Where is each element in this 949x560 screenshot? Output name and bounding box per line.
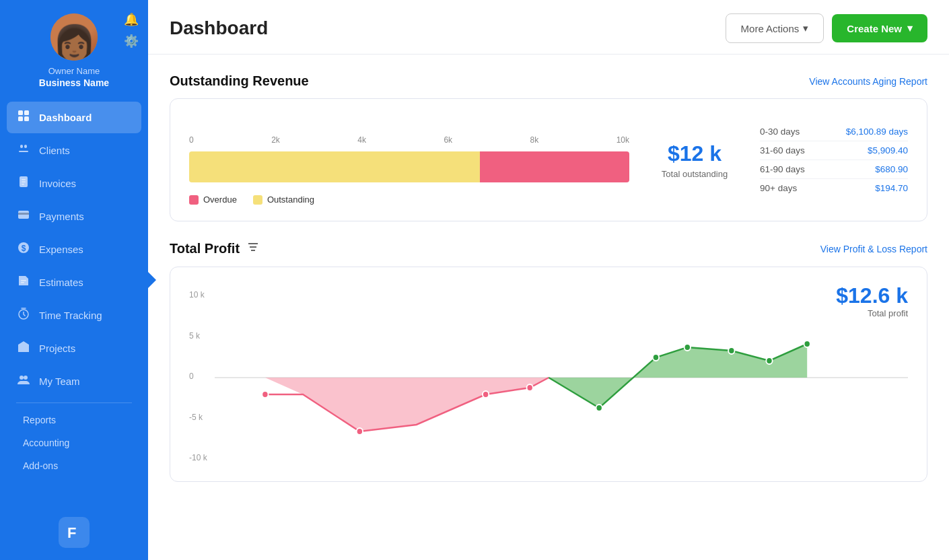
bar-axis-labels: 0 2k 4k 6k 8k 10k bbox=[189, 135, 629, 145]
aging-row-31-60: 31-60 days $5,909.40 bbox=[760, 141, 908, 160]
svg-rect-6 bbox=[24, 145, 27, 148]
sidebar-item-projects[interactable]: Projects bbox=[7, 332, 141, 364]
sidebar-item-add-ons-label: Add-ons bbox=[23, 460, 58, 471]
estimates-icon bbox=[16, 274, 31, 291]
time-tracking-icon bbox=[16, 307, 31, 324]
sidebar-item-time-tracking-label: Time Tracking bbox=[39, 310, 102, 321]
sidebar-item-my-team-label: My Team bbox=[39, 376, 80, 387]
more-actions-chevron-icon: ▾ bbox=[803, 22, 808, 34]
sidebar-item-invoices-label: Invoices bbox=[39, 178, 76, 189]
positive-profit-area bbox=[549, 344, 807, 408]
total-profit-title: Total Profit bbox=[170, 241, 240, 256]
app-logo: F bbox=[59, 506, 90, 553]
total-outstanding-amount: $12 k bbox=[651, 141, 738, 166]
view-aging-report-link[interactable]: View Accounts Aging Report bbox=[809, 76, 927, 87]
overdue-label: Overdue bbox=[203, 195, 237, 205]
create-new-label: Create New bbox=[847, 23, 902, 34]
total-profit-section-header: Total Profit View Profit & Loss Report bbox=[170, 240, 927, 257]
outstanding-bar bbox=[189, 151, 480, 182]
sidebar-item-clients-label: Clients bbox=[39, 145, 70, 156]
sidebar-item-time-tracking[interactable]: Time Tracking bbox=[7, 300, 141, 331]
svg-rect-4 bbox=[19, 151, 28, 152]
svg-rect-15 bbox=[21, 280, 26, 281]
sidebar-item-accounting-label: Accounting bbox=[23, 438, 69, 448]
view-profit-loss-report-link[interactable]: View Profit & Loss Report bbox=[820, 244, 927, 254]
aging-row-0-30: 0-30 days $6,100.89 days bbox=[760, 123, 908, 141]
profit-chart-svg bbox=[215, 290, 908, 465]
sidebar: 🔔 ⚙️ Owner Name Business Name Dashboard … bbox=[0, 0, 148, 560]
aging-label-0-30: 0-30 days bbox=[760, 127, 800, 137]
sidebar-item-my-team[interactable]: My Team bbox=[7, 365, 141, 397]
legend-outstanding: Outstanding bbox=[253, 195, 314, 205]
sidebar-item-expenses[interactable]: $ Expenses bbox=[7, 234, 141, 265]
sidebar-item-payments-label: Payments bbox=[39, 211, 84, 222]
sidebar-item-reports-label: Reports bbox=[23, 415, 56, 425]
aging-value-0-30: $6,100.89 days bbox=[846, 127, 908, 137]
sidebar-nav: Dashboard Clients Invoices Payments $ Ex… bbox=[0, 102, 148, 506]
page-title: Dashboard bbox=[170, 18, 268, 39]
create-new-button[interactable]: Create New ▾ bbox=[832, 14, 927, 42]
avatar bbox=[50, 13, 98, 61]
sidebar-item-dashboard-label: Dashboard bbox=[39, 112, 92, 123]
filter-icon[interactable] bbox=[246, 240, 260, 257]
sidebar-item-add-ons[interactable]: Add-ons bbox=[7, 454, 141, 477]
aging-table: 0-30 days $6,100.89 days 31-60 days $5,9… bbox=[760, 123, 908, 197]
profit-point bbox=[728, 347, 734, 354]
expenses-icon: $ bbox=[16, 241, 31, 258]
legend-overdue: Overdue bbox=[189, 195, 237, 205]
sidebar-item-clients[interactable]: Clients bbox=[7, 135, 141, 166]
profit-point bbox=[804, 341, 810, 347]
sidebar-arrow bbox=[147, 271, 156, 289]
profit-header-row: Total Profit bbox=[170, 240, 260, 257]
outstanding-label: Outstanding bbox=[267, 195, 314, 205]
dashboard-icon bbox=[16, 109, 31, 126]
svg-point-19 bbox=[20, 376, 24, 380]
sidebar-item-reports[interactable]: Reports bbox=[7, 409, 141, 431]
profit-point bbox=[527, 384, 533, 391]
notifications-icon[interactable]: 🔔 bbox=[124, 12, 139, 27]
negative-profit-area bbox=[265, 378, 549, 431]
svg-text:$: $ bbox=[22, 244, 26, 253]
settings-icon[interactable]: ⚙️ bbox=[124, 34, 139, 48]
sidebar-item-payments[interactable]: Payments bbox=[7, 201, 141, 232]
svg-rect-9 bbox=[22, 182, 26, 183]
topbar-actions: More Actions ▾ Create New ▾ bbox=[726, 13, 927, 43]
more-actions-label: More Actions bbox=[741, 23, 800, 34]
sidebar-item-estimates[interactable]: Estimates bbox=[7, 267, 141, 298]
svg-rect-18 bbox=[22, 348, 25, 352]
aging-label-61-90: 61-90 days bbox=[760, 164, 805, 174]
y-axis-labels: 10 k 5 k 0 -5 k -10 k bbox=[189, 290, 207, 465]
bar-chart: 0 2k 4k 6k 8k 10k bbox=[189, 115, 629, 205]
profit-point bbox=[596, 405, 602, 411]
sidebar-item-accounting[interactable]: Accounting bbox=[7, 431, 141, 454]
sidebar-item-expenses-label: Expenses bbox=[39, 244, 83, 255]
profit-point bbox=[357, 428, 363, 435]
aging-value-61-90: $680.90 bbox=[875, 164, 908, 174]
svg-text:F: F bbox=[67, 524, 76, 541]
my-team-icon bbox=[16, 373, 31, 390]
create-new-chevron-icon: ▾ bbox=[907, 22, 913, 34]
content-area: Outstanding Revenue View Accounts Aging … bbox=[148, 55, 949, 560]
total-profit-card: $12.6 k Total profit 10 k 5 k 0 -5 k -10… bbox=[170, 267, 927, 482]
more-actions-button[interactable]: More Actions ▾ bbox=[726, 13, 824, 43]
profit-chart-container: 10 k 5 k 0 -5 k -10 k bbox=[189, 290, 908, 465]
total-outstanding-label: Total outstanding bbox=[651, 169, 738, 179]
overdue-bar bbox=[480, 151, 629, 182]
profit-point bbox=[684, 344, 691, 351]
sidebar-item-invoices[interactable]: Invoices bbox=[7, 168, 141, 199]
aging-row-61-90: 61-90 days $680.90 bbox=[760, 160, 908, 178]
sidebar-item-dashboard[interactable]: Dashboard bbox=[7, 102, 141, 133]
svg-rect-5 bbox=[20, 145, 23, 148]
svg-rect-1 bbox=[24, 110, 29, 115]
payments-icon bbox=[16, 208, 31, 225]
outstanding-dot bbox=[253, 195, 262, 205]
revenue-bar bbox=[189, 151, 629, 182]
projects-icon bbox=[16, 340, 31, 357]
svg-rect-2 bbox=[18, 116, 23, 121]
invoices-icon bbox=[16, 175, 31, 192]
outstanding-revenue-section-header: Outstanding Revenue View Accounts Aging … bbox=[170, 73, 927, 89]
svg-rect-10 bbox=[22, 184, 24, 185]
svg-rect-3 bbox=[24, 116, 29, 121]
outstanding-revenue-title: Outstanding Revenue bbox=[170, 73, 309, 89]
main-content: Dashboard More Actions ▾ Create New ▾ Ou… bbox=[148, 0, 949, 560]
